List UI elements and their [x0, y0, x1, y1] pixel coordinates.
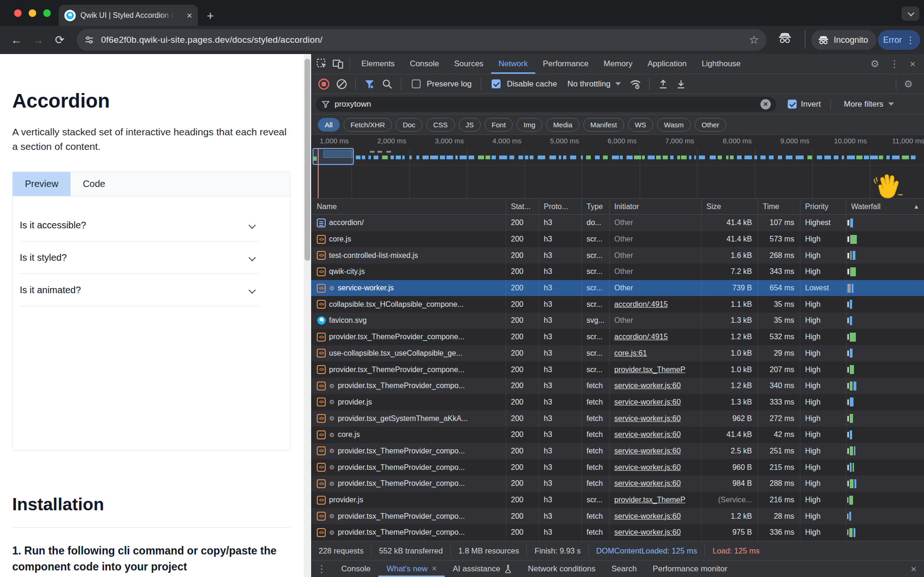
devtools-tab-network[interactable]: Network: [491, 54, 535, 74]
initiator-value[interactable]: provider.tsx_ThemeP: [614, 496, 685, 504]
tab-close-icon[interactable]: ×: [187, 11, 192, 20]
initiator-cell[interactable]: accordion/:4915: [610, 329, 702, 345]
network-request-row[interactable]: <>⚙provider.tsx_ThemeProvider_compo...20…: [311, 508, 924, 524]
throttling-select[interactable]: No throttling: [567, 79, 621, 89]
initiator-value[interactable]: service-worker.js:60: [614, 512, 681, 521]
filter-chip-other[interactable]: Other: [695, 118, 727, 132]
initiator-value[interactable]: core.js:61: [614, 349, 647, 358]
filter-chip-manifest[interactable]: Manifest: [583, 118, 624, 132]
initiator-value[interactable]: service-worker.js:60: [614, 447, 681, 455]
waterfall-cell[interactable]: [846, 476, 924, 492]
drawer-close-icon[interactable]: ×: [911, 563, 916, 575]
url-text[interactable]: 0f6e2f0b.qwik-ui-site.pages.dev/docs/sty…: [101, 35, 742, 45]
request-name-cell[interactable]: <>provider.js: [311, 492, 506, 508]
scrollbar-thumb[interactable]: [305, 59, 310, 261]
column-header-stat[interactable]: Stat...: [506, 199, 539, 214]
column-header-name[interactable]: Name: [311, 199, 506, 214]
waterfall-cell[interactable]: [846, 459, 924, 476]
request-name-cell[interactable]: <>⚙provider.tsx_ThemeProvider_compo...: [311, 378, 506, 394]
request-name-cell[interactable]: <>⚙provider.tsx_ThemeProvider_compo...: [311, 524, 506, 541]
network-request-row[interactable]: <>⚙provider.tsx_ThemeProvider_compo...20…: [311, 476, 924, 492]
devtools-menu-icon[interactable]: ⋮: [890, 58, 900, 70]
request-name-cell[interactable]: <>collapsible.tsx_HCollapsible_compone..…: [311, 296, 506, 312]
column-header-size[interactable]: Size: [702, 199, 758, 214]
drawer-menu-icon[interactable]: ⋮: [317, 563, 327, 575]
request-name-cell[interactable]: <>⚙service-worker.js: [311, 280, 506, 296]
devtools-tab-memory[interactable]: Memory: [596, 54, 640, 74]
devtools-close-icon[interactable]: ×: [910, 58, 916, 70]
clear-network-log-icon[interactable]: [334, 78, 350, 90]
page-scrollbar[interactable]: [304, 54, 311, 577]
clear-filter-icon[interactable]: ×: [760, 99, 771, 109]
initiator-value[interactable]: service-worker.js:60: [614, 414, 681, 423]
macos-window-controls[interactable]: [14, 9, 51, 17]
filter-chip-doc[interactable]: Doc: [396, 118, 423, 132]
network-request-row[interactable]: <>use-collapsible.tsx_useCollapsible_ge.…: [311, 345, 924, 362]
request-name-cell[interactable]: <>provider.tsx_ThemeProvider_compone...: [311, 361, 506, 378]
initiator-cell[interactable]: Other: [610, 264, 702, 280]
network-request-row[interactable]: accordion/200h3do...Other41.4 kB107 msHi…: [311, 215, 924, 231]
waterfall-cell[interactable]: [846, 410, 924, 427]
network-request-row[interactable]: <>⚙provider.tsx_ThemeProvider_compo...20…: [311, 378, 924, 394]
initiator-cell[interactable]: accordion/:4915: [610, 296, 702, 312]
filter-chip-img[interactable]: Img: [517, 118, 542, 132]
accordion-item[interactable]: Is it accessible?: [20, 209, 258, 242]
column-header-time[interactable]: Time: [758, 199, 800, 214]
waterfall-cell[interactable]: [846, 264, 924, 280]
network-request-row[interactable]: <>⚙provider.tsx_ThemeProvider_compo...20…: [311, 459, 924, 476]
network-request-row[interactable]: <>⚙provider.tsx_getSystemTheme_aKkA...20…: [311, 410, 924, 427]
network-request-row[interactable]: favicon.svg200h3svg...Other1.3 kB35 msHi…: [311, 312, 924, 329]
request-name-cell[interactable]: <>⚙provider.tsx_ThemeProvider_compo...: [311, 476, 506, 492]
initiator-value[interactable]: service-worker.js:60: [614, 382, 681, 390]
filter-chip-js[interactable]: JS: [459, 118, 481, 132]
request-name-cell[interactable]: <>qwik-city.js: [311, 264, 506, 280]
address-bar[interactable]: 0f6e2f0b.qwik-ui-site.pages.dev/docs/sty…: [77, 29, 767, 51]
drawer-tab-console[interactable]: Console: [333, 561, 378, 577]
request-name-cell[interactable]: <>⚙provider.tsx_getSystemTheme_aKkA...: [311, 410, 506, 427]
waterfall-cell[interactable]: [846, 361, 924, 378]
drawer-tab-search[interactable]: Search: [603, 561, 645, 577]
filter-icon[interactable]: [361, 78, 377, 90]
filter-chip-ws[interactable]: WS: [628, 118, 653, 132]
initiator-value[interactable]: service-worker.js:60: [614, 430, 681, 439]
drawer-tab-network-conditions[interactable]: Network conditions: [520, 561, 603, 577]
network-request-row[interactable]: <>⚙provider.tsx_ThemeProvider_compo...20…: [311, 524, 924, 541]
request-name-cell[interactable]: <>⚙provider.tsx_ThemeProvider_compo...: [311, 508, 506, 524]
import-har-icon[interactable]: [655, 78, 671, 90]
devtools-settings-icon[interactable]: ⚙: [870, 58, 879, 70]
network-overview-timeline[interactable]: 1,000 ms2,000 ms3,000 ms4,000 ms5,000 ms…: [311, 135, 924, 199]
filter-chip-font[interactable]: Font: [485, 118, 513, 132]
browser-tab[interactable]: Qwik UI | Styled Accordion Co ×: [59, 5, 198, 26]
devtools-tab-application[interactable]: Application: [640, 54, 694, 74]
network-request-row[interactable]: <>provider.tsx_ThemeProvider_compone...2…: [311, 329, 924, 345]
site-settings-icon[interactable]: [84, 35, 94, 45]
forward-button[interactable]: →: [27, 33, 49, 47]
waterfall-cell[interactable]: [846, 508, 924, 524]
waterfall-cell[interactable]: [846, 280, 924, 296]
waterfall-cell[interactable]: [846, 394, 924, 411]
column-header-proto[interactable]: Proto...: [539, 199, 582, 214]
initiator-cell[interactable]: Other: [610, 247, 702, 264]
maximize-window-icon[interactable]: [43, 9, 51, 17]
initiator-value[interactable]: provider.tsx_ThemeP: [614, 366, 685, 374]
record-network-log-icon[interactable]: [316, 78, 332, 90]
tab-preview[interactable]: Preview: [13, 172, 70, 196]
network-request-row[interactable]: <>collapsible.tsx_HCollapsible_compone..…: [311, 296, 924, 312]
incognito-mode-icon[interactable]: [778, 32, 792, 44]
initiator-cell[interactable]: Other: [610, 231, 702, 248]
initiator-cell[interactable]: service-worker.js:60: [610, 476, 702, 492]
initiator-cell[interactable]: service-worker.js:60: [610, 524, 702, 541]
error-button[interactable]: Error ⋮: [878, 30, 920, 50]
request-name-cell[interactable]: accordion/: [311, 215, 506, 231]
back-button[interactable]: ←: [6, 33, 27, 47]
filter-chip-wasm[interactable]: Wasm: [657, 118, 691, 132]
close-icon[interactable]: ×: [432, 564, 437, 574]
column-header-priority[interactable]: Priority: [800, 199, 846, 214]
column-header-type[interactable]: Type: [582, 199, 610, 214]
tab-search-button[interactable]: [901, 7, 919, 21]
accordion-item[interactable]: Is it styled?: [20, 242, 258, 274]
request-name-cell[interactable]: <>⚙core.js: [311, 427, 506, 443]
initiator-value[interactable]: service-worker.js:60: [614, 528, 681, 537]
network-request-row[interactable]: <>provider.tsx_ThemeProvider_compone...2…: [311, 361, 924, 378]
search-icon[interactable]: [379, 78, 395, 90]
